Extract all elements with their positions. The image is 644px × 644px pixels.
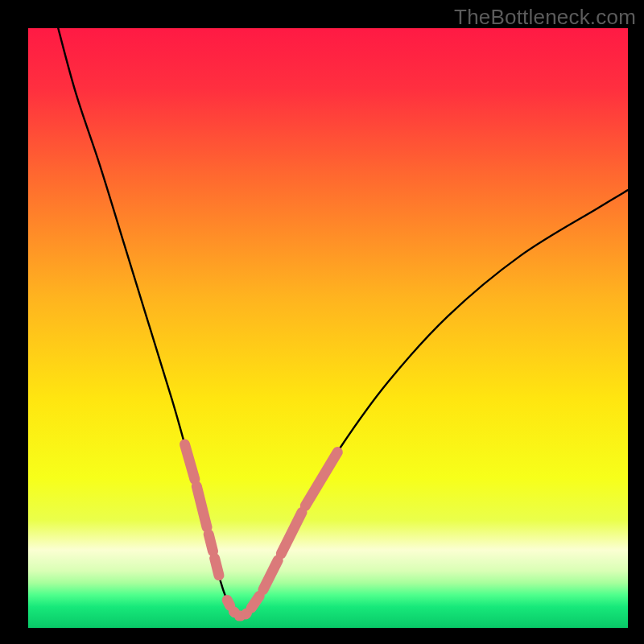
dash-segment (215, 559, 219, 576)
dash-segment (233, 612, 234, 613)
dash-segment (305, 452, 337, 506)
dash-segment (208, 535, 213, 551)
dash-segment (246, 613, 246, 614)
dash-segment (185, 444, 195, 480)
dash-segment (196, 486, 207, 527)
dash-segment (251, 596, 259, 608)
dash-segment (227, 600, 229, 605)
curve-layer (28, 28, 628, 628)
dash-overlay (185, 444, 338, 616)
dash-segment (281, 512, 302, 554)
chart-frame: TheBottleneck.com (0, 0, 644, 644)
dash-segment (263, 560, 278, 590)
watermark-text: TheBottleneck.com (454, 5, 636, 30)
plot-area (28, 28, 628, 628)
bottleneck-curve (58, 28, 628, 617)
